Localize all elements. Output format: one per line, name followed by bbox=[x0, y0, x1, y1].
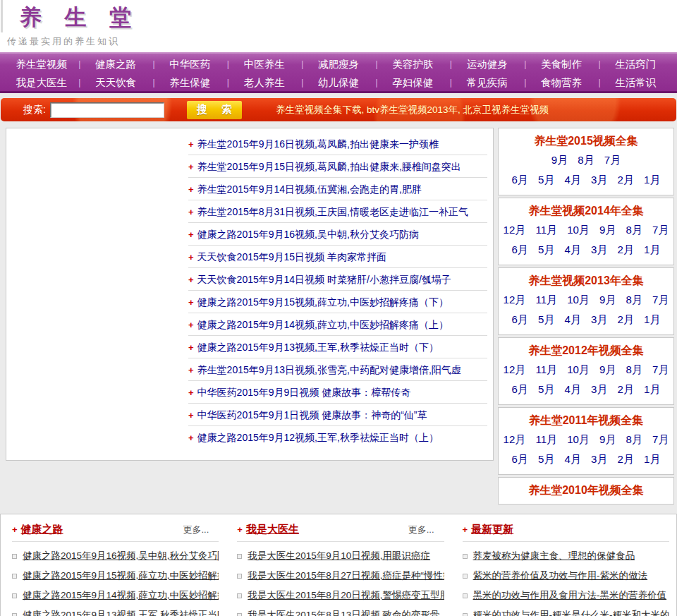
video-link[interactable]: 中华医药2015年9月1日视频 健康故事：神奇的“仙”草 bbox=[197, 409, 427, 421]
item-link[interactable]: 我是大医生2015年8月27日视频,癌症是种“慢性病 bbox=[248, 570, 444, 581]
list-item[interactable]: 我是大医生2015年8月13日视频,致命的变形骨 bbox=[237, 605, 444, 616]
video-link[interactable]: 天天饮食2015年9月14日视频 时菜猪肝/小葱拌豆腐/瓠塌子 bbox=[197, 274, 451, 285]
video-link[interactable]: 养生堂2015年8月31日视频,王庆国,情暖老区走进临江一补正气 bbox=[197, 206, 468, 217]
video-link[interactable]: 健康之路2015年9月14视频,薛立功,中医妙招解疼痛（上） bbox=[197, 319, 449, 330]
month-link[interactable]: 5月 bbox=[538, 383, 554, 395]
month-link[interactable]: 5月 bbox=[538, 453, 554, 465]
video-list-item[interactable]: +健康之路2015年9月12视频,王军,秋季祛燥正当时（上） bbox=[188, 426, 487, 449]
month-link[interactable]: 10月 bbox=[567, 224, 590, 236]
archive-title[interactable]: 养生堂2015视频全集 bbox=[499, 132, 673, 150]
video-list-item[interactable]: +天天饮食2015年9月14日视频 时菜猪肝/小葱拌豆腐/瓠塌子 bbox=[188, 268, 487, 291]
month-link[interactable]: 10月 bbox=[567, 433, 590, 445]
month-link[interactable]: 5月 bbox=[538, 243, 554, 255]
video-link[interactable]: 养生堂2015年9月14日视频,伍冀湘,会跑走的胃,肥胖 bbox=[197, 183, 422, 195]
video-link[interactable]: 天天饮食2015年9月15日视频 羊肉家常拌面 bbox=[197, 251, 386, 262]
nav-link[interactable]: 常见疾病 bbox=[450, 73, 524, 92]
nav-link[interactable]: 食物营养 bbox=[524, 73, 598, 92]
month-link[interactable]: 8月 bbox=[578, 154, 594, 166]
nav-link[interactable]: 我是大医生 bbox=[4, 73, 78, 92]
list-item[interactable]: 健康之路2015年9月14视频,薛立功,中医妙招解疼 bbox=[12, 586, 219, 605]
month-link[interactable]: 5月 bbox=[538, 174, 554, 186]
month-link[interactable]: 12月 bbox=[504, 363, 526, 375]
search-button[interactable]: 搜 索 bbox=[187, 101, 242, 119]
month-link[interactable]: 1月 bbox=[644, 174, 660, 186]
nav-link[interactable]: 中华医药 bbox=[153, 55, 227, 73]
item-link[interactable]: 紫米的营养价值及功效与作用-紫米的做法 bbox=[473, 570, 648, 581]
video-list-item[interactable]: +天天饮食2015年9月15日视频 羊肉家常拌面 bbox=[188, 246, 487, 268]
month-link[interactable]: 12月 bbox=[504, 433, 526, 445]
column-title[interactable]: 健康之路 bbox=[21, 523, 63, 536]
list-item[interactable]: 我是大医生2015年8月27日视频,癌症是种“慢性病 bbox=[237, 566, 444, 586]
video-list-item[interactable]: +养生堂2015年8月31日视频,王庆国,情暖老区走进临江一补正气 bbox=[188, 200, 487, 223]
month-link[interactable]: 2月 bbox=[618, 243, 634, 255]
video-link[interactable]: 中华医药2015年9月9日视频 健康故事：樟帮传奇 bbox=[197, 387, 411, 398]
month-link[interactable]: 4月 bbox=[565, 383, 581, 395]
month-link[interactable]: 9月 bbox=[599, 433, 616, 445]
item-link[interactable]: 荞麦被称为健康主食、理想的保健食品 bbox=[473, 550, 635, 561]
item-link[interactable]: 健康之路2015年9月14视频,薛立功,中医妙招解疼 bbox=[23, 590, 219, 600]
video-list-item[interactable]: +养生堂2015年9月16日视频,葛凤麟,拍出健康来一护颈椎 bbox=[188, 133, 487, 155]
item-link[interactable]: 健康之路2015年9月16视频,吴中朝,秋分艾灸巧防 bbox=[23, 550, 219, 561]
nav-link[interactable]: 健康之路 bbox=[78, 55, 152, 73]
month-link[interactable]: 8月 bbox=[626, 224, 642, 236]
video-link[interactable]: 养生堂2015年9月16日视频,葛凤麟,拍出健康来一护颈椎 bbox=[197, 138, 439, 150]
month-link[interactable]: 8月 bbox=[626, 433, 642, 445]
video-link[interactable]: 健康之路2015年9月15视频,薛立功,中医妙招解疼痛（下） bbox=[197, 296, 449, 308]
nav-link[interactable]: 老人养生 bbox=[227, 73, 301, 92]
video-link[interactable]: 养生堂2015年9月13日视频,张雪亮,中药配对健康增倍,阳气虚 bbox=[197, 364, 461, 375]
month-link[interactable]: 12月 bbox=[504, 294, 526, 306]
month-link[interactable]: 7月 bbox=[652, 294, 669, 306]
month-link[interactable]: 6月 bbox=[512, 243, 528, 255]
month-link[interactable]: 3月 bbox=[591, 174, 607, 186]
nav-link[interactable]: 运动健身 bbox=[450, 55, 524, 73]
month-link[interactable]: 7月 bbox=[652, 363, 669, 375]
month-link[interactable]: 6月 bbox=[512, 313, 528, 325]
month-link[interactable]: 9月 bbox=[599, 363, 616, 375]
month-link[interactable]: 12月 bbox=[504, 224, 526, 236]
month-link[interactable]: 4月 bbox=[565, 453, 581, 465]
video-list-item[interactable]: +中华医药2015年9月1日视频 健康故事：神奇的“仙”草 bbox=[188, 404, 487, 426]
month-link[interactable]: 9月 bbox=[551, 154, 568, 166]
nav-link[interactable]: 生活窍门 bbox=[599, 55, 673, 73]
list-item[interactable]: 健康之路2015年9月16视频,吴中朝,秋分艾灸巧防 bbox=[12, 546, 219, 566]
item-link[interactable]: 黑米的功效与作用及食用方法-黑米的营养价值 bbox=[473, 590, 667, 600]
nav-link[interactable]: 生活常识 bbox=[599, 73, 673, 92]
month-link[interactable]: 2月 bbox=[618, 383, 634, 395]
video-list-item[interactable]: +健康之路2015年9月15视频,薛立功,中医妙招解疼痛（下） bbox=[188, 291, 487, 313]
month-link[interactable]: 6月 bbox=[512, 174, 528, 186]
list-item[interactable]: 黑米的功效与作用及食用方法-黑米的营养价值 bbox=[463, 586, 669, 605]
site-logo[interactable]: 养 生 堂 bbox=[20, 3, 140, 32]
month-link[interactable]: 7月 bbox=[652, 433, 669, 445]
more-link[interactable]: 更多... bbox=[408, 524, 434, 536]
month-link[interactable]: 11月 bbox=[535, 294, 557, 306]
archive-title[interactable]: 养生堂2012年视频全集 bbox=[499, 342, 673, 360]
month-link[interactable]: 4月 bbox=[565, 313, 581, 325]
month-link[interactable]: 2月 bbox=[618, 313, 634, 325]
item-link[interactable]: 粳米的功效与作用-粳米是什么米-粳米和大米的区别 bbox=[473, 610, 669, 616]
item-link[interactable]: 我是大医生2015年8月20日视频,警惕癌变五型肝 bbox=[248, 590, 444, 600]
item-link[interactable]: 健康之路2015年9月13视频,王军,秋季祛燥正当时 bbox=[23, 610, 219, 616]
month-link[interactable]: 3月 bbox=[591, 383, 607, 395]
list-item[interactable]: 健康之路2015年9月13视频,王军,秋季祛燥正当时 bbox=[12, 605, 219, 616]
item-link[interactable]: 健康之路2015年9月15视频,薛立功,中医妙招解疼 bbox=[23, 570, 219, 581]
month-link[interactable]: 4月 bbox=[565, 174, 581, 186]
month-link[interactable]: 1月 bbox=[644, 383, 660, 395]
video-list-item[interactable]: +健康之路2015年9月16视频,吴中朝,秋分艾灸巧防病 bbox=[188, 223, 487, 246]
hot-keywords-links[interactable]: 养生堂视频全集下载, btv养生堂视频2013年, 北京卫视养生堂视频 bbox=[276, 104, 549, 116]
month-link[interactable]: 11月 bbox=[535, 224, 557, 236]
month-link[interactable]: 5月 bbox=[538, 313, 554, 325]
list-item[interactable]: 紫米的营养价值及功效与作用-紫米的做法 bbox=[463, 566, 669, 586]
month-link[interactable]: 10月 bbox=[567, 294, 590, 306]
video-list-item[interactable]: +健康之路2015年9月13视频,王军,秋季祛燥正当时（下） bbox=[188, 336, 487, 358]
month-link[interactable]: 9月 bbox=[599, 294, 616, 306]
list-item[interactable]: 我是大医生2015年8月20日视频,警惕癌变五型肝 bbox=[237, 586, 444, 605]
month-link[interactable]: 1月 bbox=[644, 313, 660, 325]
video-link[interactable]: 健康之路2015年9月12视频,王军,秋季祛燥正当时（上） bbox=[197, 432, 439, 443]
month-link[interactable]: 6月 bbox=[512, 383, 528, 395]
video-list-item[interactable]: +养生堂2015年9月14日视频,伍冀湘,会跑走的胃,肥胖 bbox=[188, 178, 487, 200]
month-link[interactable]: 4月 bbox=[565, 243, 581, 255]
nav-link[interactable]: 美食制作 bbox=[524, 55, 598, 73]
nav-link[interactable]: 孕妇保健 bbox=[376, 73, 450, 92]
nav-link[interactable]: 天天饮食 bbox=[78, 73, 152, 92]
video-list-item[interactable]: +养生堂2015年9月13日视频,张雪亮,中药配对健康增倍,阳气虚 bbox=[188, 358, 487, 381]
